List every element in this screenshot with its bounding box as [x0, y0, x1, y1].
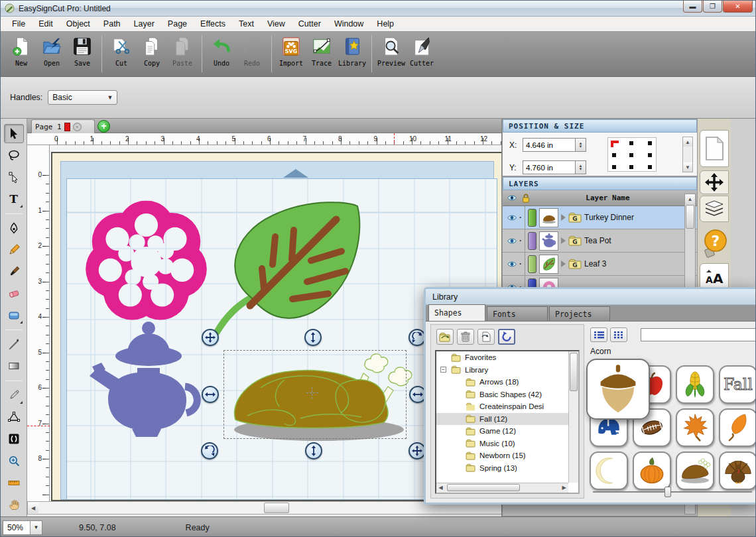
thumbnail-size-slider[interactable] — [593, 487, 752, 497]
refresh-button[interactable] — [498, 329, 515, 345]
shape-tile-turkey[interactable] — [719, 451, 756, 490]
export-shape-button[interactable] — [477, 329, 495, 345]
preview-button[interactable]: Preview — [376, 35, 407, 74]
move-panel-tab[interactable] — [700, 170, 729, 194]
selection-handle-rotate[interactable] — [201, 442, 218, 459]
menu-page[interactable]: Page — [162, 18, 193, 30]
library-window[interactable]: Library Shapes Fonts Projects Favorites … — [424, 287, 756, 505]
delete-folder-button[interactable] — [457, 329, 474, 345]
eyedropper-tool[interactable] — [4, 335, 24, 354]
lasso-tool[interactable] — [4, 146, 24, 165]
page-color-swatch[interactable] — [64, 123, 70, 131]
visibility-eye-icon[interactable] — [507, 194, 517, 202]
layer-thumbnail[interactable] — [539, 231, 558, 251]
layer-color-bar[interactable] — [528, 209, 536, 227]
shape-tile-moon[interactable] — [590, 451, 628, 490]
zoom-tool[interactable] — [4, 451, 24, 470]
anchor-point-selector[interactable] — [607, 137, 657, 172]
layer-thumbnail[interactable] — [539, 255, 558, 274]
tree-horizontal-scrollbar[interactable]: ◀▶ — [436, 483, 568, 493]
visibility-eye-icon[interactable] — [507, 237, 517, 245]
shape-tile-fall-text[interactable]: Fall — [719, 365, 756, 404]
tree-item-basic-shapes[interactable]: Basic Shapes (42) — [436, 388, 578, 401]
pencil-tool[interactable] — [4, 240, 24, 259]
gradient-tool[interactable] — [4, 357, 24, 376]
expand-triangle-icon[interactable] — [561, 237, 566, 244]
shape-tool[interactable] — [4, 306, 24, 325]
menu-text[interactable]: Text — [233, 18, 260, 30]
x-spinner[interactable]: ▲▼ — [576, 138, 586, 152]
x-input[interactable] — [523, 138, 576, 152]
layer-row-tea-pot[interactable]: · G Tea Pot — [503, 229, 697, 253]
tree-vertical-scrollbar[interactable] — [568, 351, 578, 483]
scroll-right-icon[interactable]: ▶ — [560, 483, 568, 492]
contour-tool[interactable] — [4, 429, 24, 448]
new-folder-button[interactable] — [436, 329, 454, 345]
lock-icon[interactable] — [521, 193, 531, 203]
y-spinner[interactable]: ▲▼ — [576, 160, 586, 174]
layer-row-turkey-dinner[interactable]: · G Turkey Dinner — [503, 206, 697, 229]
tab-fonts[interactable]: Fonts — [487, 306, 548, 321]
shape-tile-leaf[interactable] — [719, 408, 756, 447]
shape-leaf[interactable] — [212, 198, 362, 335]
tab-shapes[interactable]: Shapes — [428, 304, 485, 321]
font-size-panel-tab[interactable]: AA — [700, 263, 729, 290]
pages-panel-tab[interactable] — [700, 130, 729, 167]
add-page-button[interactable]: + — [97, 120, 110, 133]
shape-tile-turkey-dinner[interactable] — [676, 451, 714, 490]
page-tab[interactable]: Page 1 ✕ — [31, 119, 95, 133]
help-panel-tab[interactable]: ? — [700, 226, 729, 261]
paste-button[interactable]: Paste — [167, 35, 198, 74]
tree-item-music[interactable]: Music (10) — [436, 438, 578, 450]
shape-tile-maple-leaf[interactable] — [676, 408, 714, 447]
position-size-header[interactable]: POSITION & SIZE — [503, 119, 697, 133]
tree-item-library[interactable]: −Library — [436, 364, 578, 377]
layer-thumbnail[interactable] — [539, 208, 558, 227]
scrollbar-thumb[interactable] — [447, 484, 520, 491]
grid-view-button[interactable] — [610, 328, 627, 342]
library-title-bar[interactable]: Library — [426, 289, 756, 305]
import-button[interactable]: SVG Import — [276, 35, 306, 74]
expand-triangle-icon[interactable] — [561, 214, 566, 221]
selection-handle-move[interactable] — [202, 329, 219, 346]
shape-tile-corn[interactable] — [676, 365, 714, 404]
menu-help[interactable]: Help — [371, 18, 400, 30]
brush-tool[interactable] — [4, 262, 24, 281]
layers-header[interactable]: LAYERS — [503, 177, 697, 190]
handles-dropdown[interactable]: Basic ▼ — [48, 90, 117, 105]
scroll-up-icon[interactable]: ▲ — [683, 137, 692, 147]
tree-item-spring[interactable]: Spring (13) — [436, 462, 578, 475]
undo-button[interactable]: Undo — [206, 35, 237, 74]
zoom-level-dropdown[interactable]: 50% ▼ — [3, 520, 42, 535]
visibility-eye-icon[interactable] — [507, 214, 517, 221]
panel-scrollbar[interactable]: ▲ ▼ — [682, 137, 693, 172]
layers-panel-tab[interactable] — [700, 196, 729, 222]
scroll-left-icon[interactable]: ◀ — [28, 503, 38, 513]
menu-file[interactable]: File — [6, 18, 31, 30]
tab-projects[interactable]: Projects — [549, 306, 610, 321]
redo-button[interactable]: Redo — [237, 35, 267, 74]
scroll-left-icon[interactable]: ◀ — [436, 483, 445, 492]
measure-tool[interactable] — [4, 473, 24, 492]
close-page-icon[interactable]: ✕ — [73, 123, 82, 131]
scrollbar-thumb[interactable] — [686, 205, 694, 229]
layer-row-leaf-3[interactable]: · G Leaf 3 — [503, 253, 697, 276]
y-input[interactable] — [523, 160, 576, 174]
pan-tool[interactable] — [4, 495, 24, 514]
selection-tool[interactable] — [4, 124, 24, 143]
selection-handle-resize-horizontal[interactable] — [202, 386, 219, 403]
new-button[interactable]: New — [6, 35, 36, 74]
copy-button[interactable]: Copy — [137, 35, 167, 74]
shape-teapot[interactable] — [86, 319, 208, 440]
collapse-icon[interactable]: − — [440, 367, 446, 373]
layer-color-bar[interactable] — [528, 255, 536, 273]
node-edit-tool[interactable] — [4, 168, 24, 187]
library-search-input[interactable] — [641, 328, 756, 341]
menu-effects[interactable]: Effects — [194, 18, 231, 30]
cut-button[interactable]: Cut — [106, 35, 137, 74]
cutter-button[interactable]: Cutter — [407, 35, 437, 74]
menu-layer[interactable]: Layer — [128, 18, 160, 30]
tree-item-game[interactable]: Game (12) — [436, 425, 578, 438]
tree-item-fall[interactable]: Fall (12) — [436, 413, 578, 426]
visibility-eye-icon[interactable] — [507, 261, 517, 268]
